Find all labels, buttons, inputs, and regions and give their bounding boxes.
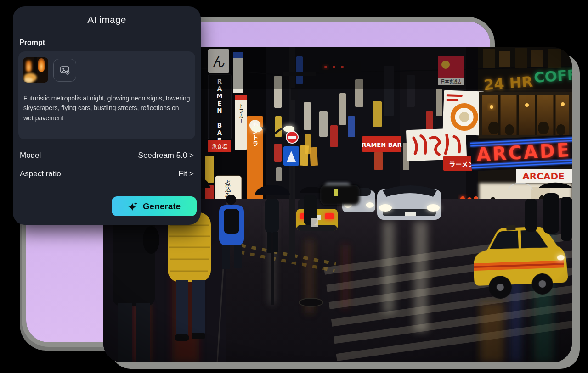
aspect-ratio-label: Aspect ratio: [20, 169, 61, 178]
prompt-label: Prompt: [19, 39, 201, 47]
model-setting-row[interactable]: Model Seedream 5.0 >: [20, 150, 194, 161]
generate-button[interactable]: Generate: [112, 196, 197, 216]
sparkle-icon: [128, 201, 139, 212]
aspect-ratio-value[interactable]: Fit >: [178, 169, 194, 178]
add-image-icon: [60, 65, 70, 75]
model-label: Model: [20, 151, 41, 160]
prompt-attachment-thumbnail[interactable]: [23, 57, 48, 83]
aspect-ratio-setting-row[interactable]: Aspect ratio Fit >: [20, 168, 194, 180]
ai-image-panel: AI image Prompt: [13, 6, 201, 225]
prompt-input[interactable]: Futuristic metropolis at night, glowing …: [18, 51, 195, 139]
add-image-button[interactable]: [53, 59, 76, 82]
panel-title: AI image: [13, 6, 201, 25]
generate-button-label: Generate: [143, 201, 181, 212]
app-canvas: ん RAMEN BAR 浜食塩 トフカー カントラ: [0, 0, 588, 373]
divider: [16, 31, 198, 31]
lantern-thumbnail-image: [23, 57, 48, 83]
model-value[interactable]: Seedream 5.0 >: [138, 151, 194, 160]
prompt-text[interactable]: Futuristic metropolis at night, glowing …: [23, 94, 191, 123]
